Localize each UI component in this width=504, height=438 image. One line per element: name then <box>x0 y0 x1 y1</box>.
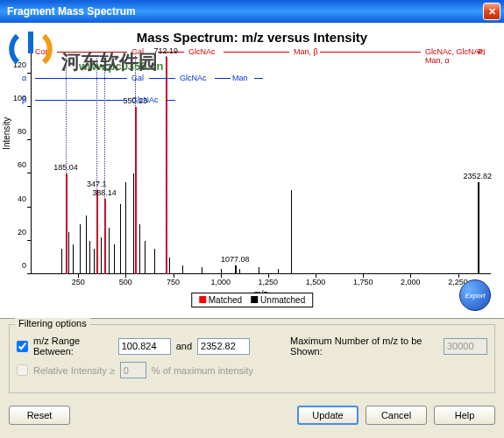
titlebar: Fragment Mass Spectrum ✕ <box>0 0 504 23</box>
marker-line <box>166 56 167 274</box>
legend: Matched Unmatched <box>191 293 314 307</box>
relative-suffix: % of maximum intensity <box>152 365 253 376</box>
peak-bar <box>109 228 110 275</box>
peak-bar <box>61 249 62 274</box>
peak-label: 1077.08 <box>221 255 250 264</box>
range-checkbox[interactable] <box>17 341 28 352</box>
peak-bar <box>221 269 222 274</box>
marker-line <box>104 56 105 274</box>
peak-bar <box>120 204 121 274</box>
x-tick: 1,500 <box>306 278 326 286</box>
marker-line <box>135 56 136 274</box>
y-tick: 0 <box>4 261 26 270</box>
help-button[interactable]: Help <box>434 406 495 425</box>
watermark-text: 河东软件园 <box>61 49 158 75</box>
peak-bar <box>125 182 126 274</box>
peak-bar <box>94 249 95 274</box>
y-tick: 120 <box>4 60 26 69</box>
legend-matched-icon <box>199 296 206 303</box>
peak-bar <box>101 237 102 274</box>
relative-label: Relative Intensity ≥ <box>33 365 115 376</box>
chart-area: www.pc0359.cn 河东软件园 Mass Spectrum: m/z v… <box>0 23 504 319</box>
range-label: m/z Range Between: <box>33 336 113 357</box>
y-tick: 80 <box>4 127 26 136</box>
close-button[interactable]: ✕ <box>483 3 500 20</box>
beta-label: β <box>22 95 26 104</box>
peak-bar <box>239 269 240 274</box>
x-tick: 750 <box>167 278 180 286</box>
peak-bar <box>278 269 279 274</box>
peak-bar <box>169 258 170 274</box>
x-tick: 2,000 <box>401 278 421 286</box>
x-tick: 1,750 <box>353 278 373 286</box>
filter-panel: Filtering options m/z Range Between: and… <box>0 319 504 399</box>
peak-bar <box>139 224 140 274</box>
y-tick: 60 <box>4 160 26 169</box>
peak-bar <box>80 224 81 274</box>
peak-bar <box>133 173 134 274</box>
x-axis <box>31 273 491 274</box>
top-annotation: Man, β <box>294 47 318 56</box>
y-tick: 40 <box>4 194 26 203</box>
y-tick: 20 <box>4 228 26 237</box>
alpha-label: α <box>22 74 26 82</box>
peak-bar-labeled <box>478 182 479 274</box>
range-max-input[interactable] <box>197 338 250 355</box>
x-tick: 500 <box>119 278 132 286</box>
y-axis <box>31 47 32 274</box>
peak-bar <box>114 244 115 274</box>
chart-title: Mass Spectrum: m/z versus Intensity <box>0 23 504 46</box>
update-button[interactable]: Update <box>297 406 358 425</box>
top-annotation: GlcNAc <box>188 47 216 56</box>
peak-bar <box>68 232 69 274</box>
cancel-button[interactable]: Cancel <box>366 406 427 425</box>
peak-bar <box>154 249 155 274</box>
x-tick: 1,250 <box>259 278 279 286</box>
alpha-glcnac: GlcNAc <box>180 74 207 82</box>
peak-bar <box>182 265 183 274</box>
max-input <box>444 338 487 355</box>
range-min-input[interactable] <box>118 338 171 355</box>
legend-unmatched-icon <box>251 296 258 303</box>
relative-input <box>120 362 146 378</box>
peak-bar <box>259 267 259 274</box>
peak-bar-labeled <box>235 265 237 274</box>
reset-button[interactable]: Reset <box>9 406 70 425</box>
plot-area[interactable]: Intensity m/z 0204060801001202505007501,… <box>31 47 491 274</box>
marker-line <box>96 56 97 274</box>
legend-matched-label: Matched <box>209 295 242 305</box>
filter-fieldset: Filtering options m/z Range Between: and… <box>9 324 495 393</box>
peak-bar <box>89 241 90 274</box>
marker-line <box>66 56 67 274</box>
top-annotation: Core <box>35 47 53 56</box>
peak-label: 2352.82 <box>463 172 492 180</box>
peak-bar <box>145 241 146 274</box>
relative-checkbox <box>17 364 28 376</box>
max-label: Maximum Number of m/z to be Shown: <box>290 336 438 357</box>
legend-unmatched-label: Unmatched <box>260 295 305 305</box>
peak-bar <box>86 215 87 274</box>
peak-bar <box>202 267 202 274</box>
peak-bar <box>73 244 74 274</box>
export-button[interactable]: Export <box>459 279 491 311</box>
button-row: Reset Update Cancel Help <box>0 399 504 432</box>
filter-heading: Filtering options <box>15 318 90 328</box>
x-tick: 250 <box>72 278 85 286</box>
range-and: and <box>176 341 192 351</box>
peak-bar <box>291 190 292 274</box>
x-tick: 1,000 <box>210 278 231 286</box>
alpha-man: Man <box>232 74 248 82</box>
window-title: Fragment Mass Spectrum <box>4 5 483 18</box>
